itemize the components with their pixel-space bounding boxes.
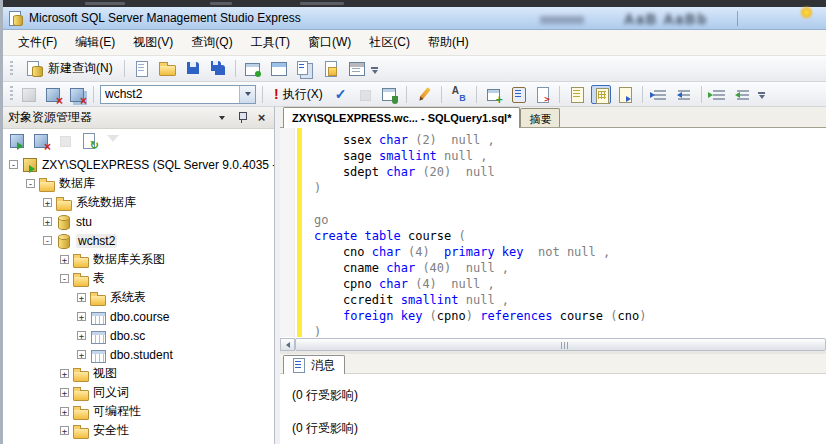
registered-servers-icon[interactable] xyxy=(242,59,262,78)
outdent-icon[interactable] xyxy=(733,85,753,104)
menu-item-community[interactable]: 社区(C) xyxy=(360,30,419,55)
tree-item-label: 安全性 xyxy=(93,422,129,439)
expand-icon[interactable]: + xyxy=(60,407,69,416)
change-connection-icon[interactable] xyxy=(67,85,87,104)
toolbar-grip[interactable] xyxy=(10,86,13,102)
auto-hide-pin-icon[interactable] xyxy=(234,110,249,125)
tree-item[interactable]: + xyxy=(3,440,274,444)
tree-item[interactable]: -wchst2 xyxy=(3,231,274,250)
tree-item[interactable]: -表 xyxy=(3,269,274,288)
sqlcmd-icon[interactable] xyxy=(532,85,552,104)
expand-icon[interactable]: + xyxy=(43,198,52,207)
collapse-icon[interactable]: - xyxy=(26,179,35,188)
expand-icon[interactable]: + xyxy=(60,388,69,397)
new-query-label: 新建查询(N) xyxy=(48,60,113,77)
summary-icon[interactable] xyxy=(268,59,288,78)
tree-item[interactable]: +同义词 xyxy=(3,383,274,402)
collapse-icon[interactable]: - xyxy=(9,160,18,169)
tree-item[interactable]: -数据库 xyxy=(3,174,274,193)
execute-label: 执行(X) xyxy=(283,86,323,103)
menu-item-query[interactable]: 查询(Q) xyxy=(182,30,241,55)
design-query-icon[interactable] xyxy=(414,85,434,104)
indent-icon[interactable] xyxy=(709,85,729,104)
toolbar-grip[interactable] xyxy=(10,61,13,77)
oe-disconnect-icon[interactable] xyxy=(31,131,51,150)
oe-stop-icon[interactable] xyxy=(55,131,75,150)
expand-icon[interactable]: + xyxy=(60,255,69,264)
tree-item[interactable]: +dbo.student xyxy=(3,345,274,364)
new-file-icon[interactable] xyxy=(131,59,151,78)
combobox-dropdown-icon[interactable] xyxy=(239,86,255,103)
tab-summary[interactable]: 摘要 xyxy=(520,108,560,127)
expand-icon[interactable]: + xyxy=(77,350,86,359)
horizontal-scrollbar[interactable] xyxy=(280,337,826,351)
expand-icon[interactable]: + xyxy=(77,312,86,321)
object-explorer-icon[interactable] xyxy=(294,59,314,78)
table-icon xyxy=(90,328,106,344)
parse-icon[interactable] xyxy=(331,85,351,104)
results-text-icon[interactable] xyxy=(567,85,587,104)
tree-item[interactable]: +系统数据库 xyxy=(3,193,274,212)
sql-code-editor[interactable]: ssex char (2) null , sage smallint null … xyxy=(280,128,826,337)
tree-item[interactable]: +数据库关系图 xyxy=(3,250,274,269)
database-combobox[interactable]: wchst2 xyxy=(100,85,256,104)
estimated-plan-icon[interactable] xyxy=(379,85,399,104)
expand-icon[interactable]: + xyxy=(77,293,86,302)
stop-icon[interactable] xyxy=(355,85,375,104)
results-grid-icon[interactable] xyxy=(591,85,611,104)
toolbar-overflow-icon[interactable] xyxy=(369,67,381,77)
toolbar-overflow-icon[interactable] xyxy=(756,92,768,102)
properties-window-icon[interactable] xyxy=(346,59,366,78)
uncomment-icon[interactable] xyxy=(674,85,694,104)
tab-sqlquery[interactable]: ZXY\SQLEXPRESS.wc... - SQLQuery1.sql* xyxy=(283,107,520,128)
object-explorer-toolbar xyxy=(3,129,274,152)
scrollbar-thumb[interactable] xyxy=(295,338,826,351)
actual-plan-icon[interactable] xyxy=(484,85,504,104)
tree-item[interactable]: +安全性 xyxy=(3,421,274,440)
window-position-icon[interactable] xyxy=(214,110,229,125)
menu-item-tools[interactable]: 工具(T) xyxy=(242,30,299,55)
menu-item-help[interactable]: 帮助(H) xyxy=(419,30,478,55)
close-icon[interactable] xyxy=(254,110,269,125)
comment-icon[interactable] xyxy=(650,85,670,104)
execute-button[interactable]: ! 执行(X) xyxy=(269,85,328,104)
tree-item-label: 系统数据库 xyxy=(76,194,136,211)
new-query-button[interactable]: 新建查询(N) xyxy=(19,58,118,79)
menu-item-file[interactable]: 文件(F) xyxy=(9,30,66,55)
tree-item[interactable]: -ZXY\SQLEXPRESS (SQL Server 9.0.4035 - xyxy=(3,155,274,174)
background-artifact xyxy=(801,7,812,18)
menu-item-view[interactable]: 视图(V) xyxy=(124,30,182,55)
sql-code[interactable]: ssex char (2) null , sage smallint null … xyxy=(314,132,826,337)
scroll-left-icon[interactable] xyxy=(280,338,295,351)
results-panel: 消息 (0 行受影响)(0 行受影响) xyxy=(280,351,826,444)
tab-messages[interactable]: 消息 xyxy=(283,355,345,374)
menu-item-window[interactable]: 窗口(W) xyxy=(299,30,360,55)
collapse-icon[interactable]: - xyxy=(60,274,69,283)
expand-icon[interactable]: + xyxy=(43,217,52,226)
toolbar-separator xyxy=(93,86,94,103)
save-icon[interactable] xyxy=(183,59,203,78)
open-file-icon[interactable] xyxy=(157,59,177,78)
tree-item[interactable]: +dbo.sc xyxy=(3,326,274,345)
oe-filter-icon[interactable] xyxy=(103,131,123,150)
menu-item-edit[interactable]: 编辑(E) xyxy=(66,30,124,55)
collapse-icon[interactable]: - xyxy=(43,236,52,245)
client-statistics-icon[interactable] xyxy=(508,85,528,104)
results-file-icon[interactable] xyxy=(615,85,635,104)
messages-icon xyxy=(293,358,306,372)
tree-item[interactable]: +视图 xyxy=(3,364,274,383)
template-explorer-icon[interactable] xyxy=(320,59,340,78)
expand-icon[interactable]: + xyxy=(77,331,86,340)
tree-item[interactable]: +可编程性 xyxy=(3,402,274,421)
connect-icon[interactable] xyxy=(19,85,39,104)
save-all-icon[interactable] xyxy=(209,59,229,78)
tree-item[interactable]: +系统表 xyxy=(3,288,274,307)
expand-icon[interactable]: + xyxy=(60,426,69,435)
oe-connect-icon[interactable] xyxy=(7,131,27,150)
expand-icon[interactable]: + xyxy=(60,369,69,378)
template-params-icon[interactable] xyxy=(449,85,469,104)
disconnect-icon[interactable] xyxy=(43,85,63,104)
tree-item[interactable]: +dbo.course xyxy=(3,307,274,326)
oe-refresh-icon[interactable] xyxy=(79,131,99,150)
tree-item[interactable]: +stu xyxy=(3,212,274,231)
